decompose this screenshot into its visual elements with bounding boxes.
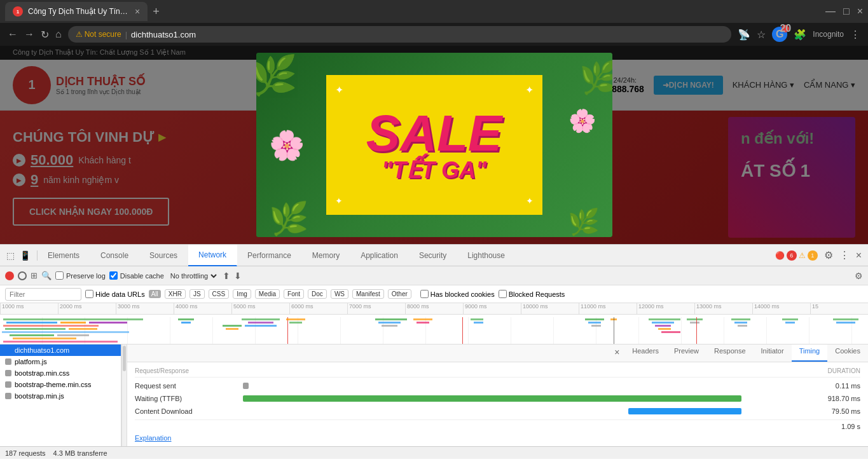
tab-sources[interactable]: Sources xyxy=(139,245,188,266)
timing-label: Waiting (TTFB) xyxy=(135,395,237,402)
tick-13000: 13000 ms xyxy=(694,303,752,314)
detail-tab-headers[interactable]: Headers xyxy=(624,345,666,362)
tab-bar: 1 Công Ty Dịch Thuật Uy Tín Số 1 × + xyxy=(5,2,820,21)
device-toolbar-icon[interactable]: 📱 xyxy=(20,250,31,261)
req-icon xyxy=(5,381,11,388)
search-icon[interactable]: 🔍 xyxy=(41,271,52,280)
timing-value: 918.70 ms xyxy=(816,395,860,402)
timing-value: 0.11 ms xyxy=(816,382,860,390)
filter-css[interactable]: CSS xyxy=(209,289,230,299)
browser-addressbar: ← → ↻ ⌂ ⚠ Not secure | dichthuatso1.com … xyxy=(0,23,868,46)
detail-tab-response[interactable]: Response xyxy=(706,345,754,362)
preserve-log-checkbox[interactable]: Preserve log xyxy=(55,271,106,280)
upload-icon[interactable]: ⬆ xyxy=(223,271,230,281)
modal-overlay[interactable]: 🌿 🌿 🌿 🌿 🌸 🌸 ✦ ✦ ✦ ✦ SALE "TẾT GA" xyxy=(0,46,868,244)
bookmark-icon[interactable]: ☆ xyxy=(757,29,766,41)
reload-button[interactable]: ↻ xyxy=(41,29,49,41)
disable-cache-checkbox[interactable]: Disable cache xyxy=(109,271,164,280)
request-list-scrollbar[interactable] xyxy=(121,345,127,446)
menu-button[interactable]: ⋮ xyxy=(850,29,860,41)
flower-left: 🌸 xyxy=(269,128,305,162)
request-item-dichthuatso1[interactable]: dichthuatso1.com xyxy=(0,345,121,356)
timing-value: 79.50 ms xyxy=(816,407,860,415)
explanation-link[interactable]: Explanation xyxy=(135,434,172,442)
filter-js[interactable]: JS xyxy=(189,289,205,299)
element-inspector-icon[interactable]: ⬚ xyxy=(6,250,15,261)
throttle-select[interactable]: No throttling xyxy=(168,271,219,280)
filter-manifest[interactable]: Manifest xyxy=(352,289,384,299)
error-badge: 6 xyxy=(787,250,797,261)
devtools-statusbar: 187 requests 4.3 MB transferre xyxy=(0,446,868,459)
browser-tab[interactable]: 1 Công Ty Dịch Thuật Uy Tín Số 1 × xyxy=(5,2,148,21)
filter-doc[interactable]: Doc xyxy=(308,289,327,299)
filter-font[interactable]: Font xyxy=(284,289,304,299)
devtools-icons: ⬚ 📱 xyxy=(0,250,38,261)
timeline-ruler: 1000 ms 2000 ms 3000 ms 4000 ms 5000 ms … xyxy=(0,303,868,315)
blocked-requests-checkbox[interactable]: Blocked Requests xyxy=(499,290,565,298)
req-name: dichthuatso1.com xyxy=(15,346,69,354)
new-tab-button[interactable]: + xyxy=(148,5,165,18)
tick-3000: 3000 ms xyxy=(116,303,174,314)
request-item-bootstrap-theme[interactable]: bootstrap-theme.min.css xyxy=(0,379,121,390)
tab-application[interactable]: Application xyxy=(350,245,409,266)
detail-tab-cookies[interactable]: Cookies xyxy=(827,345,868,362)
timing-bar-container xyxy=(243,394,809,403)
detail-tab-initiator[interactable]: Initiator xyxy=(754,345,792,362)
sale-yellow-box: ✦ ✦ ✦ ✦ SALE "TẾT GA" xyxy=(326,75,542,215)
sale-text: SALE xyxy=(366,108,502,159)
filter-xhr[interactable]: XHR xyxy=(165,289,186,299)
cast-icon[interactable]: 📡 xyxy=(738,29,750,41)
minimize-button[interactable]: — xyxy=(825,6,836,17)
devtools-more-icon[interactable]: ⋮ xyxy=(839,249,850,261)
filter-img[interactable]: Img xyxy=(233,289,251,299)
timing-row-ttfb: Waiting (TTFB) 918.70 ms xyxy=(135,394,860,403)
profile-button[interactable]: G 20 xyxy=(772,27,787,42)
tab-security[interactable]: Security xyxy=(409,245,457,266)
clear-button[interactable] xyxy=(18,271,27,280)
settings-icon[interactable]: ⚙ xyxy=(824,249,833,261)
address-separator: | xyxy=(125,30,127,39)
hide-data-urls-checkbox[interactable]: Hide data URLs xyxy=(85,290,145,298)
maximize-button[interactable]: □ xyxy=(843,6,850,17)
tab-lighthouse[interactable]: Lighthouse xyxy=(457,245,516,266)
home-button[interactable]: ⌂ xyxy=(55,29,62,40)
detail-tab-preview[interactable]: Preview xyxy=(666,345,706,362)
error-icon: 🔴 xyxy=(775,251,785,260)
extensions-icon[interactable]: 🧩 xyxy=(794,29,806,41)
back-button[interactable]: ← xyxy=(8,29,18,40)
tab-performance[interactable]: Performance xyxy=(237,245,302,266)
close-button[interactable]: × xyxy=(857,6,863,17)
tab-elements[interactable]: Elements xyxy=(38,245,90,266)
tick-4000: 4000 ms xyxy=(174,303,231,314)
tab-close-button[interactable]: × xyxy=(135,6,140,17)
incognito-label: Incognito xyxy=(813,30,844,39)
network-toolbar: ⊞ 🔍 Preserve log Disable cache No thrott… xyxy=(0,266,868,285)
detail-tab-timing[interactable]: Timing xyxy=(792,345,828,362)
download-icon[interactable]: ⬇ xyxy=(234,271,242,281)
request-item-platform[interactable]: platform.js xyxy=(0,356,121,367)
filter-input[interactable] xyxy=(5,288,81,301)
close-detail-button[interactable]: × xyxy=(609,345,624,362)
security-indicator: ⚠ Not secure xyxy=(76,30,121,39)
filter-icon[interactable]: ⊞ xyxy=(31,271,38,280)
devtools-close-icon[interactable]: × xyxy=(856,250,862,261)
address-box[interactable]: ⚠ Not secure | dichthuatso1.com xyxy=(68,26,732,43)
forward-button[interactable]: → xyxy=(24,29,34,40)
filter-other[interactable]: Other xyxy=(388,289,411,299)
request-item-bootstrap-js[interactable]: bootstrap.min.js xyxy=(0,390,121,402)
record-button[interactable] xyxy=(5,271,14,280)
filter-media[interactable]: Media xyxy=(255,289,280,299)
tab-memory[interactable]: Memory xyxy=(302,245,350,266)
timeline-container[interactable]: 1000 ms 2000 ms 3000 ms 4000 ms 5000 ms … xyxy=(0,303,868,345)
tab-network[interactable]: Network xyxy=(188,245,237,266)
req-icon xyxy=(5,358,11,365)
has-blocked-cookies-checkbox[interactable]: Has blocked cookies xyxy=(420,290,495,298)
timing-bar-request-sent xyxy=(243,383,249,389)
request-item-bootstrap-css[interactable]: bootstrap.min.css xyxy=(0,367,121,379)
settings-icon-network[interactable]: ⚙ xyxy=(855,271,863,281)
filter-ws[interactable]: WS xyxy=(331,289,348,299)
req-name: bootstrap-theme.min.css xyxy=(15,381,91,388)
timing-section-header: Request/Response DURATION xyxy=(135,367,860,378)
tab-console[interactable]: Console xyxy=(90,245,139,266)
timing-row-download: Content Download 79.50 ms xyxy=(135,407,860,416)
